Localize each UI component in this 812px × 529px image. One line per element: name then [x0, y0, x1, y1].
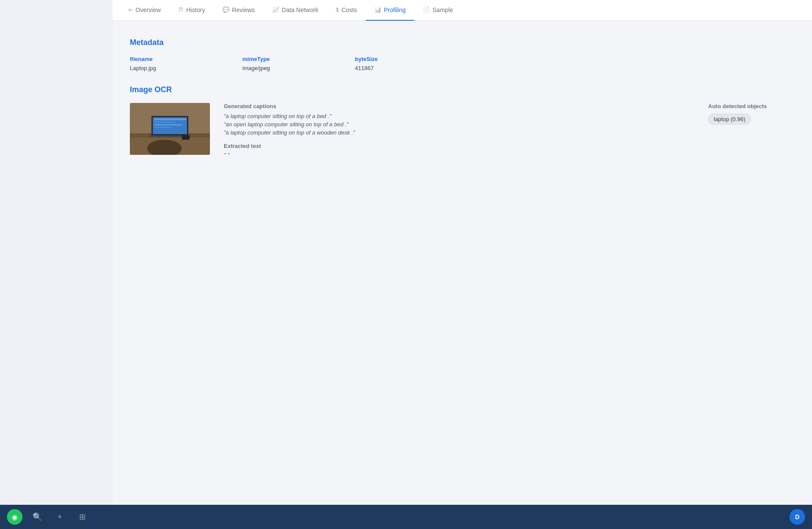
avatar-button[interactable]: D: [789, 509, 805, 525]
tab-profiling[interactable]: 📊 Profiling: [366, 0, 415, 21]
svg-rect-10: [154, 129, 186, 131]
svg-rect-11: [182, 135, 190, 140]
metadata-col-mimetype: mimeType image/jpeg: [242, 56, 355, 71]
captions-label: Generated captions: [224, 103, 694, 109]
svg-rect-7: [154, 122, 176, 123]
grid-button[interactable]: ⊞: [74, 509, 90, 525]
metadata-value-filename: Laptop.jpg: [130, 65, 225, 71]
tab-history-label: History: [186, 6, 205, 13]
image-ocr-title: Image OCR: [130, 85, 795, 94]
metadata-value-bytesize: 411867: [355, 65, 450, 71]
caption-2: "an open laptop computer sitting on top …: [224, 121, 694, 128]
metadata-title: Metadata: [130, 38, 795, 47]
home-button[interactable]: ◉: [7, 509, 23, 525]
caption-1: "a laptop computer sitting on top of a b…: [224, 113, 694, 119]
add-button[interactable]: +: [52, 509, 68, 525]
auto-detected-label: Auto detected objects: [708, 103, 795, 109]
history-icon: ⏱: [178, 6, 184, 13]
caption-3: "a laptop computer sitting on top of a w…: [224, 129, 694, 136]
metadata-table: filename Laptop.jpg mimeType image/jpeg …: [130, 56, 795, 71]
metadata-value-mimetype: image/jpeg: [242, 65, 338, 71]
page-content: Metadata filename Laptop.jpg mimeType im…: [113, 21, 812, 529]
image-ocr-body: Generated captions "a laptop computer si…: [130, 103, 795, 158]
tab-costs[interactable]: $ Costs: [327, 0, 366, 21]
metadata-col-bytesize: byteSize 411867: [355, 56, 467, 71]
tab-sample[interactable]: 📄 Sample: [414, 0, 461, 21]
top-nav: ⇐ Overview ⏱ History 💬 Reviews 📈 Data Ne…: [113, 0, 812, 21]
tab-profiling-label: Profiling: [384, 6, 406, 13]
tab-sample-label: Sample: [432, 6, 453, 13]
costs-icon: $: [336, 6, 339, 13]
reviews-icon: 💬: [222, 6, 229, 13]
tab-overview[interactable]: ⇐ Overview: [119, 0, 169, 21]
captions-section: Generated captions "a laptop computer si…: [224, 103, 694, 158]
metadata-header-mimetype: mimeType: [242, 56, 338, 62]
metadata-header-filename: filename: [130, 56, 225, 62]
sample-icon: 📄: [423, 6, 430, 13]
metadata-col-filename: filename Laptop.jpg: [130, 56, 242, 71]
tab-data-network[interactable]: 📈 Data Network: [264, 0, 327, 21]
tab-reviews[interactable]: 💬 Reviews: [214, 0, 264, 21]
add-icon: +: [58, 513, 62, 522]
overview-icon: ⇐: [128, 6, 133, 13]
search-button[interactable]: 🔍: [29, 509, 45, 525]
avatar-label: D: [795, 513, 799, 520]
tab-reviews-label: Reviews: [232, 6, 255, 13]
detected-badge-laptop: laptop (0.96): [708, 114, 751, 125]
image-preview: [130, 103, 210, 155]
tab-overview-label: Overview: [135, 6, 161, 13]
auto-detected-section: Auto detected objects laptop (0.96): [708, 103, 795, 125]
svg-rect-6: [154, 119, 186, 120]
extracted-text-label: Extracted text: [224, 143, 694, 149]
main-wrapper: ⇐ Overview ⏱ History 💬 Reviews 📈 Data Ne…: [113, 0, 812, 529]
search-icon: 🔍: [32, 512, 42, 522]
home-icon: ◉: [12, 513, 18, 521]
data-network-icon: 📈: [272, 6, 279, 13]
svg-rect-8: [154, 124, 182, 125]
tab-data-network-label: Data Network: [282, 6, 319, 13]
profiling-icon: 📊: [374, 6, 381, 13]
bottom-bar: ◉ 🔍 + ⊞ D: [0, 505, 812, 529]
tab-history[interactable]: ⏱ History: [169, 0, 214, 21]
extracted-text-value: " ": [224, 152, 694, 158]
image-ocr-section: Image OCR: [130, 85, 795, 158]
tab-costs-label: Costs: [342, 6, 357, 13]
metadata-header-bytesize: byteSize: [355, 56, 450, 62]
svg-rect-9: [154, 127, 171, 128]
sidebar: [0, 0, 113, 529]
grid-icon: ⊞: [79, 512, 86, 522]
